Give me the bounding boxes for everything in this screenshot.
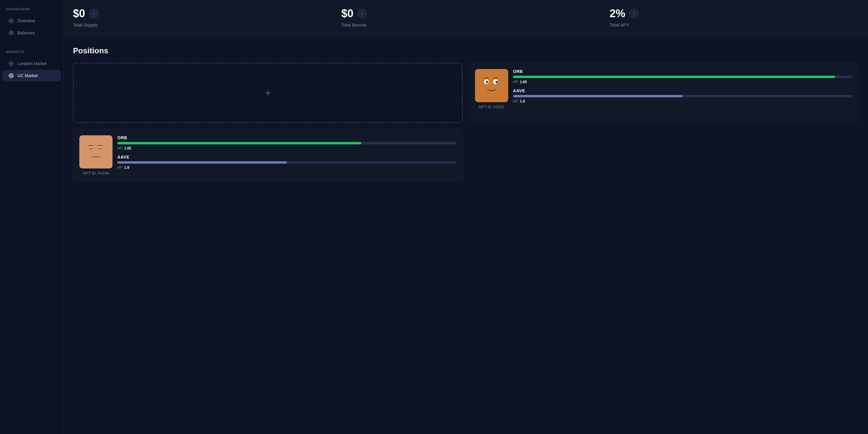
protocol-aave-name-1234: AAVE <box>117 155 456 160</box>
arrow-up-icon-apy: ↑ <box>633 11 635 16</box>
svg-point-5 <box>10 32 12 34</box>
orb-progress-bar-1342 <box>513 76 852 78</box>
protocol-aave-1342: AAVE HF: 1.9 <box>513 88 852 103</box>
overview-icon <box>8 18 14 24</box>
nft-image-container-1342: NFT ID: #1342 <box>475 69 508 109</box>
main-content: $0 ↑ Total Supply $0 ↓ Total Borrow 2% ↑ <box>63 0 868 434</box>
position-details-1234: ORB HF: 1.65 AAVE <box>117 135 456 170</box>
stats-row: $0 ↑ Total Supply $0 ↓ Total Borrow 2% ↑ <box>63 0 868 38</box>
positions-row2: NFT ID: #1234 ORB HF: 1.65 AAV <box>73 129 858 182</box>
sidebar-dashboard-section: DASHBOARD Overview Ba <box>0 7 63 39</box>
nft-image-1234 <box>79 135 113 168</box>
lenders-market-icon <box>8 61 14 66</box>
svg-rect-23 <box>79 135 113 168</box>
sidebar-item-lenders-market-label: Lenders Market <box>18 61 47 66</box>
aave-hf-text-1342: HF: <box>513 99 519 103</box>
aave-progress-fill-1234 <box>117 161 287 164</box>
empty-col <box>469 129 858 182</box>
protocol-orb-name-1234: ORB <box>117 135 456 140</box>
protocol-orb-name-1342: ORB <box>513 69 852 74</box>
aave-progress-bar-1342 <box>513 95 852 97</box>
orb-progress-fill-1342 <box>513 76 835 78</box>
total-supply-arrow-button[interactable]: ↑ <box>89 8 99 19</box>
protocol-orb-1234: ORB HF: 1.65 <box>117 135 456 151</box>
sidebar: DASHBOARD Overview Ba <box>0 0 63 434</box>
orb-hf-text-1342: HF: <box>513 80 519 84</box>
sidebar-item-lenders-market[interactable]: Lenders Market <box>2 58 61 69</box>
positions-grid: + <box>73 63 858 123</box>
nft-id-1342: NFT ID: #1342 <box>475 105 508 109</box>
position-details-1342: ORB HF: 1.65 AAVE <box>513 69 852 103</box>
position-card-1234[interactable]: NFT ID: #1234 ORB HF: 1.65 AAV <box>73 129 463 182</box>
sidebar-item-uc-market[interactable]: UC Market <box>2 70 61 81</box>
svg-point-27 <box>98 148 102 150</box>
total-supply-value: $0 <box>73 7 85 20</box>
protocol-orb-1342: ORB HF: 1.65 <box>513 69 852 84</box>
orb-hf-value-1342: 1.65 <box>520 80 527 84</box>
sidebar-dashboard-label: DASHBOARD <box>0 7 63 14</box>
svg-point-22 <box>497 81 498 82</box>
total-apy-label: Total APY <box>610 22 858 27</box>
arrow-down-icon: ↓ <box>361 11 363 16</box>
uc-market-icon <box>8 73 14 78</box>
add-position-card[interactable]: + <box>73 63 463 123</box>
total-borrow-label: Total Borrow <box>341 22 590 27</box>
stat-card-total-apy: 2% ↑ Total APY <box>600 0 868 37</box>
total-apy-value: 2% <box>610 7 625 20</box>
svg-point-9 <box>10 63 12 65</box>
protocol-aave-name-1342: AAVE <box>513 88 852 93</box>
stat-card-total-supply: $0 ↑ Total Supply <box>63 0 332 37</box>
aave-hf-value-1234: 1.9 <box>124 165 129 170</box>
orb-progress-bar-1234 <box>117 142 456 144</box>
orb-hf-label-1234: HF: 1.65 <box>117 146 456 151</box>
aave-hf-value-1342: 1.9 <box>520 99 525 103</box>
position-card-1342[interactable]: NFT ID: #1342 ORB HF: 1.65 AAV <box>469 63 858 123</box>
nft-id-1234: NFT ID: #1234 <box>79 171 113 175</box>
sidebar-item-balances-label: Balances <box>18 30 35 35</box>
svg-point-1 <box>10 20 12 22</box>
stat-card-total-borrow: $0 ↓ Total Borrow <box>332 0 600 37</box>
orb-progress-fill-1234 <box>117 142 361 144</box>
add-position-icon: + <box>265 88 271 99</box>
aave-hf-label-1342: HF: 1.9 <box>513 99 852 103</box>
balances-icon <box>8 30 14 36</box>
stat-value-row-supply: $0 ↑ <box>73 7 322 20</box>
svg-point-13 <box>10 75 12 76</box>
svg-rect-16 <box>475 69 508 102</box>
aave-progress-bar-1234 <box>117 161 456 164</box>
sidebar-markets-label: MARKETS <box>0 45 63 57</box>
orb-hf-text-1234: HF: <box>117 146 123 151</box>
aave-hf-label-1234: HF: 1.9 <box>117 165 456 170</box>
sidebar-markets-section: MARKETS Lenders Market <box>0 45 63 82</box>
positions-section: Positions + <box>63 38 868 190</box>
aave-progress-fill-1342 <box>513 95 683 97</box>
nft-image-container-1234: NFT ID: #1234 <box>79 135 113 175</box>
aave-hf-text-1234: HF: <box>117 165 123 170</box>
total-borrow-value: $0 <box>341 7 353 20</box>
stat-value-row-borrow: $0 ↓ <box>341 7 590 20</box>
orb-hf-label-1342: HF: 1.65 <box>513 80 852 84</box>
sidebar-item-overview-label: Overview <box>18 19 35 23</box>
sidebar-item-overview[interactable]: Overview <box>2 15 61 27</box>
total-supply-label: Total Supply <box>73 22 322 27</box>
arrow-up-icon: ↑ <box>93 11 95 16</box>
total-borrow-arrow-button[interactable]: ↓ <box>357 8 367 19</box>
sidebar-item-uc-market-label: UC Market <box>18 73 38 78</box>
stat-value-row-apy: 2% ↑ <box>610 7 858 20</box>
nft-image-1342 <box>475 69 508 102</box>
positions-title: Positions <box>73 46 858 56</box>
svg-point-19 <box>487 81 488 82</box>
svg-point-25 <box>89 148 93 150</box>
protocol-aave-1234: AAVE HF: 1.9 <box>117 155 456 170</box>
orb-hf-value-1234: 1.65 <box>124 146 131 151</box>
sidebar-item-balances[interactable]: Balances <box>2 27 61 39</box>
total-apy-arrow-button[interactable]: ↑ <box>629 8 639 19</box>
